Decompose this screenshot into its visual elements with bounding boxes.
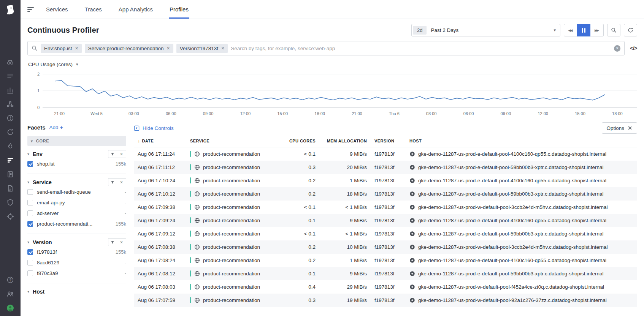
facet-checkbox[interactable] (27, 270, 33, 276)
cpu-usage-chart[interactable]: 01221:00Wed 503:0006:0009:0012:0015:0018… (27, 70, 637, 118)
tab-profiles[interactable]: Profiles (169, 0, 189, 19)
time-range-label: Past 2 Days (431, 27, 458, 33)
facet-item-f870c3a9[interactable]: f870c3a9- (27, 268, 126, 278)
notebooks-icon[interactable] (6, 170, 14, 179)
host-label: gke-demo-11287-us-prod-e-default-pool-59… (418, 271, 604, 276)
skip-forward-button[interactable]: ▶▶ (590, 24, 604, 36)
service-label: product-recommendation (203, 297, 260, 303)
date-cell: Aug 06 17:09:24 (134, 214, 186, 227)
nav-filter-icon[interactable] (27, 7, 34, 12)
column-header-host[interactable]: HOST (406, 137, 637, 147)
datadog-logo[interactable] (3, 2, 18, 17)
settings-icon[interactable] (6, 212, 14, 221)
security-icon[interactable] (6, 198, 14, 207)
metric-selector[interactable]: CPU Usage (cores) ▾ (28, 62, 78, 67)
column-header-date[interactable]: ↓DATE (134, 137, 186, 147)
table-row[interactable]: Aug 06 17:08:03product-recommendation0.4… (134, 280, 637, 294)
facet-clear-button[interactable]: × (117, 178, 126, 186)
events-icon[interactable] (6, 72, 14, 80)
table-row[interactable]: Aug 06 17:07:59product-recommendation0.3… (134, 294, 637, 307)
tab-services[interactable]: Services (45, 0, 69, 19)
table-row[interactable]: Aug 06 17:09:12product-recommendation< 0… (134, 227, 637, 240)
table-row[interactable]: Aug 06 17:10:12product-recommendation0.2… (134, 187, 637, 201)
facet-group-toggle[interactable]: ▾Service (27, 179, 52, 185)
facet-checkbox[interactable] (27, 249, 33, 255)
facet-group-toggle[interactable]: ▾Env (27, 151, 43, 157)
org-icon[interactable] (6, 290, 14, 298)
facet-filter-button[interactable] (108, 238, 117, 246)
pause-button[interactable] (577, 24, 590, 36)
column-header-mem-allocation[interactable]: MEM ALLOCATION (319, 137, 371, 147)
skip-backward-button[interactable]: ◀◀ (564, 24, 577, 36)
facet-checkbox[interactable] (27, 189, 33, 195)
clear-search-icon[interactable]: × (614, 45, 620, 52)
search-bar: Env:shop.ist×Service:product-recommendat… (27, 41, 625, 55)
table-row[interactable]: Aug 06 17:10:24product-recommendation0.2… (134, 174, 637, 187)
host-icon (409, 284, 415, 290)
facet-item-product-recommendati-[interactable]: product-recommendati...155k (27, 218, 126, 229)
options-button[interactable]: Options (602, 122, 637, 134)
facet-item-shop-ist[interactable]: shop.ist155k (27, 158, 126, 169)
column-header-version[interactable]: VERSION (371, 137, 406, 147)
code-view-button[interactable]: </> (630, 45, 637, 51)
apm-profiling-icon[interactable] (6, 156, 14, 164)
facets-title: Facets (27, 124, 46, 131)
facet-clear-button[interactable]: × (117, 150, 126, 158)
service-cell: product-recommendation (186, 214, 281, 227)
tab-traces[interactable]: Traces (84, 0, 103, 19)
facet-checkbox[interactable] (27, 161, 33, 167)
facet-group-toggle[interactable]: ▾Version (27, 239, 52, 245)
table-row[interactable]: Aug 06 17:09:38product-recommendation< 0… (134, 201, 637, 214)
facet-checkbox[interactable] (27, 200, 33, 205)
table-row[interactable]: Aug 06 17:11:24product-recommendation< 0… (134, 147, 637, 161)
host-label: gke-demo-11287-us-prod-w-default-pool-f4… (418, 284, 604, 290)
facet-clear-button[interactable]: × (117, 238, 126, 246)
core-section-toggle[interactable]: ▾ CORE (27, 136, 126, 146)
search-input[interactable] (231, 46, 611, 51)
add-facet-button[interactable]: Add + (49, 124, 63, 131)
date-cell: Aug 06 17:07:59 (134, 294, 186, 307)
globe-icon (194, 244, 200, 250)
facet-filter-button[interactable] (108, 178, 117, 186)
facet-item-f197813f[interactable]: f197813f155k (27, 246, 126, 257)
help-icon[interactable]: ? (6, 276, 14, 284)
table-row[interactable]: Aug 06 17:08:38product-recommendation0.2… (134, 240, 637, 254)
zoom-button[interactable] (607, 24, 620, 36)
user-avatar[interactable] (6, 304, 14, 312)
logs-icon[interactable] (6, 184, 14, 193)
plus-icon: + (60, 124, 63, 131)
filter-pill[interactable]: Version:f197813f× (176, 44, 228, 53)
facet-checkbox[interactable] (27, 221, 33, 227)
refresh-button[interactable] (624, 24, 637, 36)
time-controls: 2d Past 2 Days ▾ ◀◀ ▶▶ (411, 24, 637, 36)
column-header-service[interactable]: SERVICE (186, 137, 281, 147)
filter-pill[interactable]: Service:product-recommendation× (85, 44, 173, 53)
facet-item-8acd6129[interactable]: 8acd6129- (27, 257, 126, 268)
integrations-icon[interactable] (6, 142, 14, 150)
filter-pill[interactable]: Env:shop.ist× (41, 44, 82, 53)
pill-remove-icon[interactable]: × (167, 46, 170, 51)
facet-checkbox[interactable] (27, 210, 33, 216)
time-range-picker[interactable]: 2d Past 2 Days ▾ (411, 24, 560, 36)
watchdog-icon[interactable] (6, 58, 14, 66)
table-row[interactable]: Aug 06 17:08:24product-recommendation0.2… (134, 254, 637, 267)
dashboards-icon[interactable] (6, 86, 14, 94)
pill-remove-icon[interactable]: × (221, 46, 224, 51)
monitors-icon[interactable] (6, 114, 14, 122)
synthetics-icon[interactable] (6, 128, 14, 136)
facet-item-email-api-py[interactable]: email-api-py- (27, 197, 126, 208)
column-header-cpu-cores[interactable]: CPU CORES (281, 137, 319, 147)
table-row[interactable]: Aug 06 17:08:12product-recommendation0.1… (134, 267, 637, 280)
hide-controls-button[interactable]: Hide Controls (134, 125, 174, 131)
facet-group-toggle[interactable]: ▾Host (27, 289, 44, 295)
infrastructure-icon[interactable] (6, 100, 14, 108)
table-row[interactable]: Aug 06 17:09:24product-recommendation0.1… (134, 214, 637, 227)
facet-checkbox[interactable] (27, 260, 33, 265)
host-label: gke-demo-11287-us-prod-e-default-pool-59… (418, 231, 604, 237)
table-row[interactable]: Aug 06 17:11:12product-recommendation0.3… (134, 161, 637, 174)
tab-app-analytics[interactable]: App Analytics (118, 0, 154, 19)
facet-item-ad-server[interactable]: ad-server- (27, 208, 126, 218)
facet-item-send-email-redis-queue[interactable]: send-email-redis-queue- (27, 186, 126, 197)
pill-remove-icon[interactable]: × (75, 46, 78, 51)
facet-filter-button[interactable] (108, 150, 117, 158)
